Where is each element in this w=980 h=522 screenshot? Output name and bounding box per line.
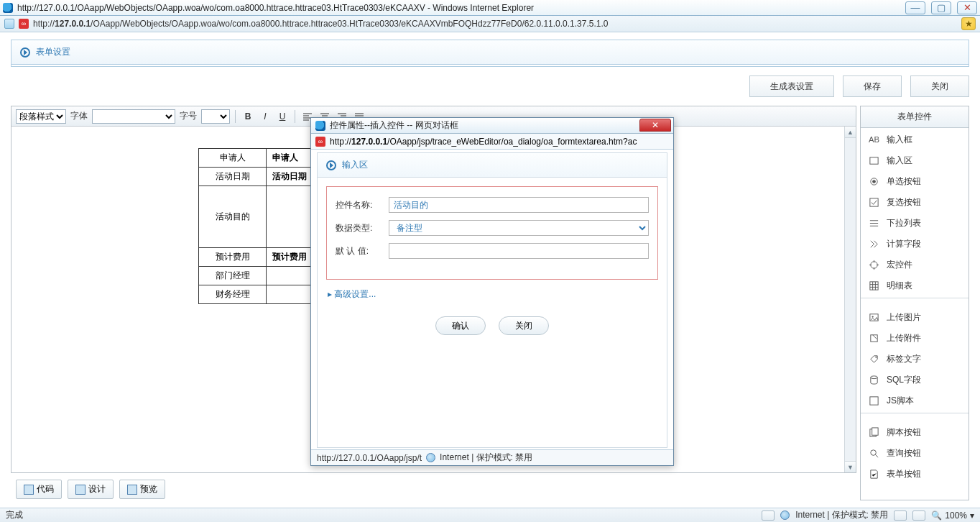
control-icon [868, 427, 879, 439]
control-icon [868, 260, 879, 271]
control-icon [868, 239, 879, 250]
font-label: 字体 [70, 110, 88, 122]
italic-button[interactable]: I [258, 109, 272, 124]
label-default: 默 认 值: [336, 245, 389, 257]
input-control-name[interactable] [389, 197, 649, 213]
bold-button[interactable]: B [241, 109, 255, 124]
status-mode: Internet | 保护模式: 禁用 [795, 509, 888, 521]
size-label: 字号 [180, 110, 197, 122]
label-control-name: 控件名称: [336, 199, 389, 211]
minimize-button[interactable]: — [905, 1, 925, 14]
tab-design[interactable]: 设计 [68, 480, 114, 499]
sidebar-item[interactable]: 计算字段 [861, 234, 969, 255]
underline-button[interactable]: U [275, 109, 290, 124]
dialog-status-url: http://127.0.0.1/OAapp/jsp/t [317, 453, 422, 463]
table-cell-key: 活动日期 [199, 168, 267, 186]
sidebar-item[interactable]: 上传附件 [861, 328, 969, 349]
dialog-close-button[interactable]: ✕ [639, 119, 671, 132]
sidebar-item[interactable]: 复选按钮 [861, 192, 969, 213]
dialog: 控件属性--插入控件 -- 网页对话框 ✕ ∞ http://127.0.0.1… [310, 117, 674, 466]
tab-preview[interactable]: 预览 [119, 480, 165, 499]
dialog-ok-button[interactable]: 确认 [435, 316, 486, 335]
browser-titlebar: http://127.0.0.1/OAapp/WebObjects/OAapp.… [0, 0, 980, 16]
dialog-statusbar: http://127.0.0.1/OAapp/jsp/t Internet | … [311, 449, 673, 465]
svg-point-3 [872, 180, 876, 183]
close-window-button[interactable]: ✕ [957, 1, 977, 14]
svg-rect-6 [869, 282, 877, 290]
svg-rect-12 [869, 397, 877, 405]
sidebar-item[interactable]: ABC输入框 [861, 129, 969, 150]
sidebar-item[interactable]: 标签文字 [861, 349, 969, 370]
table-cell-key: 活动目的 [199, 186, 267, 248]
control-icon [868, 395, 879, 407]
vertical-scrollbar[interactable]: ▲ ▼ [844, 127, 856, 472]
sidebar-item-label: 表单按钮 [887, 468, 921, 480]
favicon-icon: ∞ [19, 19, 29, 29]
favorites-button[interactable]: ★ [961, 17, 976, 30]
sidebar-item[interactable]: SQL字段 [861, 370, 969, 390]
sidebar-item-label: 输入区 [887, 155, 912, 167]
sidebar-item[interactable]: 上传图片 [861, 307, 969, 328]
sidebar-item[interactable]: 宏控件 [861, 255, 969, 275]
sidebar-item-label: 标签文字 [887, 353, 921, 365]
window-title: http://127.0.0.1/OAapp/WebObjects/OAapp.… [17, 3, 534, 13]
close-button[interactable]: 关闭 [910, 75, 969, 97]
control-icon [868, 197, 879, 209]
maximize-button[interactable]: ▢ [931, 1, 951, 14]
control-icon [868, 176, 879, 188]
dialog-title: 控件属性--插入控件 -- 网页对话框 [330, 119, 458, 132]
generate-button[interactable]: 生成表设置 [749, 75, 834, 97]
sidebar-item-label: 脚本按钮 [887, 426, 921, 439]
shield-icon[interactable] [4, 19, 14, 29]
address-bar: ∞ http://127.0.0.1/OAapp/WebObjects/OAap… [0, 16, 980, 32]
page-title: 表单设置 [36, 46, 70, 58]
design-icon [75, 485, 85, 495]
dialog-addressbar: ∞ http://127.0.0.1/OAapp/jsp/trace_eWebE… [311, 134, 673, 150]
globe-icon [780, 510, 790, 520]
favicon-icon: ∞ [315, 137, 325, 147]
sidebar-item[interactable]: 输入区 [861, 150, 969, 171]
status-chip[interactable] [894, 510, 907, 521]
sidebar-item[interactable]: JS脚本 [861, 390, 969, 411]
sidebar-item[interactable]: 表单按钮 [861, 464, 969, 485]
sidebar-item-label: 单选按钮 [887, 175, 921, 188]
control-icon [868, 155, 879, 167]
sidebar-item[interactable]: 查询按钮 [861, 443, 969, 464]
dialog-form: 控件名称: 数据类型: 备注型 默 认 值: [326, 186, 658, 280]
font-family-select[interactable] [92, 109, 175, 124]
sidebar-item[interactable]: 明细表 [861, 275, 969, 296]
dialog-section-title: 输入区 [342, 159, 368, 171]
dialog-section-header: 输入区 [318, 153, 667, 178]
control-icon [868, 312, 879, 324]
control-icon [868, 375, 879, 386]
ie-icon [3, 3, 13, 13]
font-size-select[interactable] [201, 109, 230, 124]
preview-icon [127, 485, 137, 495]
arrow-circle-icon [20, 47, 30, 58]
control-icon [868, 469, 879, 480]
paragraph-style-select[interactable]: 段落样式 [16, 109, 66, 124]
dialog-titlebar: 控件属性--插入控件 -- 网页对话框 ✕ [311, 118, 673, 134]
zoom-control[interactable]: 🔍 100% ▾ [931, 510, 974, 521]
select-data-type[interactable]: 备注型 [389, 220, 649, 236]
table-cell-key: 申请人 [199, 149, 267, 168]
sidebar-item[interactable]: 脚本按钮 [861, 422, 969, 443]
sidebar-item[interactable]: 下拉列表 [861, 213, 969, 234]
dialog-url: http://127.0.0.1/OAapp/jsp/trace_eWebEdi… [330, 137, 637, 147]
svg-rect-4 [869, 198, 877, 206]
scroll-down-button[interactable]: ▼ [845, 461, 856, 472]
scroll-up-button[interactable]: ▲ [845, 127, 856, 138]
sidebar-item[interactable]: 单选按钮 [861, 171, 969, 192]
advanced-settings-link[interactable]: ▸ 高级设置... [328, 288, 657, 301]
status-chip[interactable] [912, 510, 925, 521]
sidebar-item-label: 复选按钮 [887, 196, 921, 209]
svg-point-10 [875, 357, 877, 358]
sidebar-item-label: JS脚本 [887, 395, 914, 407]
input-default[interactable] [389, 243, 649, 259]
save-button[interactable]: 保存 [843, 75, 902, 97]
address-url[interactable]: http://127.0.0.1/OAapp/WebObjects/OAapp.… [33, 19, 608, 29]
svg-point-5 [870, 262, 877, 268]
dialog-cancel-button[interactable]: 关闭 [499, 316, 549, 335]
tab-code[interactable]: 代码 [16, 480, 62, 499]
table-cell-key: 预计费用 [199, 248, 267, 267]
